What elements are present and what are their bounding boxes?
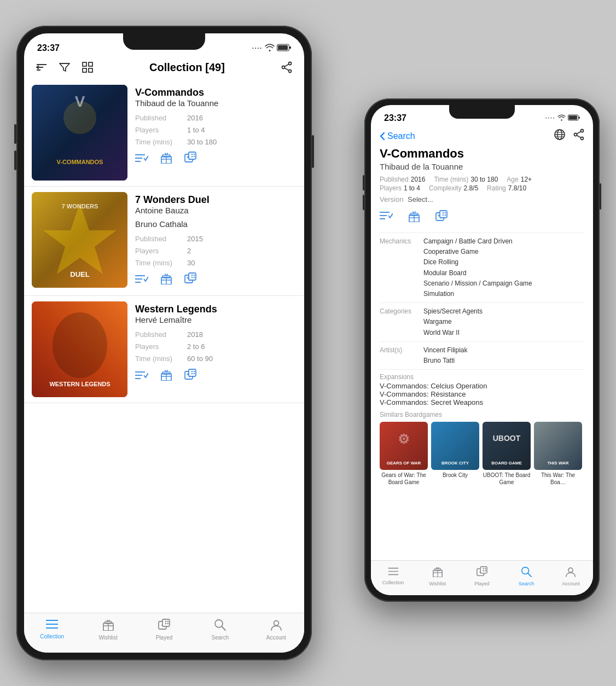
- signal-dots-1: ····: [252, 45, 263, 51]
- status-icons-1: ····: [252, 44, 291, 53]
- similar-uboot[interactable]: UBOOT BOARD GAME UBOOT: The Board Game: [483, 422, 531, 486]
- complexity-label: Complexity: [429, 184, 461, 192]
- svg-point-81: [165, 621, 167, 623]
- svg-point-54: [53, 312, 107, 378]
- svg-point-136: [483, 568, 484, 569]
- played-tab-icon-2: [476, 566, 487, 579]
- complexity-val: 2.8/5: [463, 184, 478, 192]
- filter-button[interactable]: [57, 60, 72, 75]
- phone-1: 23:37 ····: [16, 26, 312, 660]
- share-icon-2[interactable]: [573, 129, 584, 143]
- similar-cover-uboot: UBOOT BOARD GAME: [483, 422, 531, 470]
- list-check-icon-2[interactable]: [135, 272, 148, 288]
- tab-played-2[interactable]: Played: [460, 564, 504, 589]
- power-button[interactable]: [312, 135, 314, 168]
- svg-point-49: [191, 275, 193, 276]
- similar-brook[interactable]: BROOK CITY Brook City: [431, 422, 479, 486]
- back-button[interactable]: Search: [380, 131, 415, 141]
- svg-point-50: [194, 277, 195, 278]
- game-item-7wonders[interactable]: DUEL 7 WONDERS 7 Wonders Duel Antoine Ba…: [24, 187, 304, 296]
- volume-up-button-2[interactable]: [363, 175, 364, 190]
- rating-val: 7.8/10: [508, 184, 526, 192]
- game-item-vcommandos[interactable]: V-COMMANDOS V V-Commandos Thibaud de la …: [24, 79, 304, 187]
- search-tab-icon-1: [214, 619, 226, 633]
- svg-rect-9: [89, 68, 92, 72]
- svg-point-109: [438, 215, 440, 217]
- svg-text:BOARD GAME: BOARD GAME: [491, 461, 522, 466]
- similars-row: ⚙ GEARS OF WAR Gears of War: The Board G…: [380, 422, 584, 486]
- svg-point-87: [274, 621, 278, 626]
- similar-gears[interactable]: ⚙ GEARS OF WAR Gears of War: The Board G…: [380, 422, 428, 486]
- svg-text:V: V: [75, 93, 85, 110]
- tab-account-2[interactable]: Account: [549, 564, 593, 589]
- list-check-icon-3[interactable]: [135, 369, 148, 384]
- svg-point-83: [165, 623, 167, 625]
- dice-icon-2[interactable]: [184, 272, 196, 288]
- dice-icon-1[interactable]: [184, 152, 196, 167]
- game-info-vcommandos: V-Commandos Thibaud de la Touanne Publis…: [135, 85, 297, 169]
- categories-value: Spies/Secret Agents Wargame World War II: [423, 306, 584, 338]
- similar-war[interactable]: THIS WAR This War: The Boa…: [534, 422, 582, 486]
- tab-label-account-2: Account: [562, 581, 580, 586]
- game-cover-vcommandos: V-COMMANDOS V: [32, 85, 127, 181]
- version-label: Version: [380, 195, 403, 204]
- similar-name-brook: Brook City: [431, 472, 479, 479]
- sort-button[interactable]: [34, 60, 49, 75]
- tab-search-1[interactable]: Search: [192, 617, 248, 643]
- tab-search-2[interactable]: Search: [504, 564, 549, 589]
- svg-rect-111: [440, 211, 447, 218]
- share-button-1[interactable]: [279, 60, 294, 75]
- svg-point-31: [194, 156, 195, 158]
- similar-name-gears: Gears of War: The Board Game: [380, 472, 428, 486]
- tab-label-played-1: Played: [156, 635, 173, 641]
- wishlist-tab-icon-1: [102, 619, 114, 633]
- notch-1: [123, 33, 205, 50]
- tab-collection-1[interactable]: Collection: [24, 617, 80, 643]
- svg-point-52: [194, 275, 195, 276]
- detail-list-check-icon[interactable]: [380, 210, 393, 225]
- globe-icon[interactable]: [554, 129, 566, 143]
- phone-2: 23:37 ····: [364, 98, 600, 602]
- detail-gift-icon[interactable]: [408, 210, 420, 225]
- detail-game-title: V-Commandos: [380, 147, 584, 161]
- volume-down-button[interactable]: [14, 150, 16, 170]
- gift-icon-3[interactable]: [160, 369, 172, 384]
- volume-down-button-2[interactable]: [363, 195, 364, 210]
- svg-text:UBOOT: UBOOT: [493, 434, 521, 443]
- wifi-icon-2: [557, 114, 566, 123]
- svg-rect-1: [278, 45, 288, 50]
- svg-text:7 WONDERS: 7 WONDERS: [62, 203, 98, 210]
- game-actions-7wonders: [135, 269, 297, 290]
- volume-up-button[interactable]: [14, 124, 16, 144]
- grid-button[interactable]: [80, 60, 95, 75]
- tab-wishlist-1[interactable]: Wishlist: [80, 617, 136, 643]
- game-meta-7wonders: Published2015 Players2 Time (mins)30: [135, 233, 297, 269]
- tab-label-collection-1: Collection: [40, 633, 64, 640]
- mechanics-value: Campaign / Battle Card Driven Cooperativ…: [423, 236, 584, 299]
- dice-icon-3[interactable]: [184, 369, 196, 384]
- tab-wishlist-2[interactable]: Wishlist: [415, 564, 460, 589]
- gift-icon-1[interactable]: [160, 152, 172, 167]
- tab-label-account-1: Account: [266, 635, 286, 641]
- gift-icon-2[interactable]: [160, 272, 172, 288]
- tab-played-1[interactable]: Played: [136, 617, 192, 643]
- power-button-2[interactable]: [600, 183, 601, 210]
- tab-label-search-1: Search: [212, 635, 229, 641]
- game-meta-vcommandos: Published2016 Players1 to 4 Time (mins)3…: [135, 112, 297, 148]
- detail-dice-icon[interactable]: [435, 210, 448, 225]
- svg-line-99: [577, 132, 581, 134]
- version-value[interactable]: Select...: [408, 195, 433, 204]
- tab-collection-2[interactable]: Collection: [371, 564, 415, 589]
- game-item-western[interactable]: WESTERN LEGENDS Western Legends Hervé Le…: [24, 296, 304, 403]
- published-label: Published: [380, 176, 409, 183]
- tab-account-1[interactable]: Account: [248, 617, 304, 643]
- battery-icon-2: [568, 114, 580, 123]
- game-author-vcommandos: Thibaud de la Touanne: [135, 98, 297, 108]
- detail-game-author: Thibaud de la Touanne: [380, 162, 584, 171]
- svg-point-33: [194, 154, 195, 155]
- svg-point-64: [187, 373, 189, 375]
- svg-line-141: [528, 573, 531, 577]
- game-author1-7wonders: Antoine Bauza: [135, 206, 297, 215]
- svg-rect-77: [105, 621, 112, 624]
- list-check-icon-1[interactable]: [135, 152, 148, 167]
